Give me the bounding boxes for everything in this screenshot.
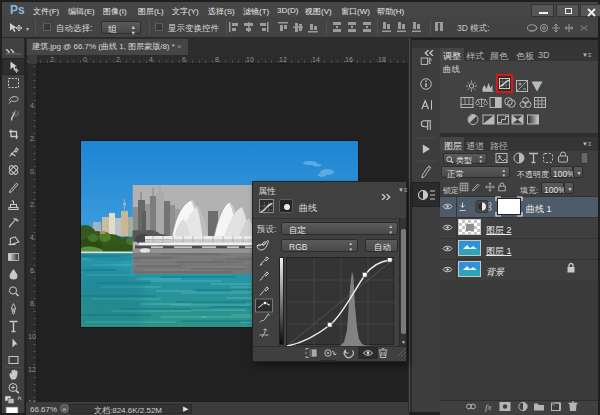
svg-text:fx: fx	[485, 402, 492, 412]
